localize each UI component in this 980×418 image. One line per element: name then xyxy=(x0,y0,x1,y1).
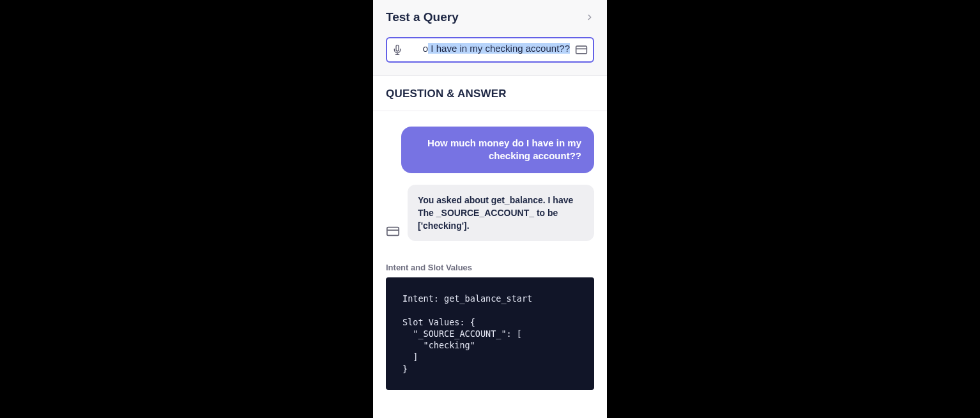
query-prefix: o xyxy=(423,43,428,54)
microphone-icon[interactable] xyxy=(392,45,402,55)
conversation-area: How much money do I have in my checking … xyxy=(373,111,607,256)
card-icon[interactable] xyxy=(575,43,588,56)
chevron-right-icon[interactable] xyxy=(585,13,594,22)
panel-title: Test a Query xyxy=(386,10,459,24)
header-row: Test a Query xyxy=(386,10,594,24)
user-message-bubble: How much money do I have in my checking … xyxy=(401,127,594,173)
qa-section-title: QUESTION & ANSWER xyxy=(373,76,607,111)
svg-rect-2 xyxy=(576,46,587,54)
query-text-selection: I have in my checking account?? xyxy=(428,43,570,54)
bot-message-row: You asked about get_balance. I have The … xyxy=(386,185,594,242)
svg-rect-4 xyxy=(387,228,399,236)
query-input[interactable]: o I have in my checking account?? xyxy=(386,37,594,63)
panel-header: Test a Query o I have in my checking acc… xyxy=(373,0,607,76)
bot-message-bubble: You asked about get_balance. I have The … xyxy=(408,185,594,242)
bot-avatar-icon xyxy=(386,224,401,238)
query-tester-panel: Test a Query o I have in my checking acc… xyxy=(373,0,607,418)
intent-block-label: Intent and Slot Values xyxy=(373,263,607,272)
intent-code-block: Intent: get_balance_start Slot Values: {… xyxy=(386,277,594,390)
query-text-visible[interactable]: o I have in my checking account?? xyxy=(408,43,570,57)
